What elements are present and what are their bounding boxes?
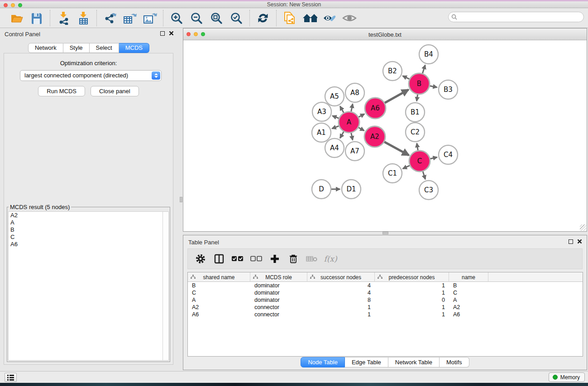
export-image-icon[interactable]: [142, 11, 158, 25]
memory-button[interactable]: Memory: [549, 372, 585, 382]
memory-status-icon: [553, 375, 558, 380]
mcds-tab-content: Optimization criterion: largest connecte…: [4, 53, 173, 365]
open-session-icon[interactable]: [9, 11, 24, 25]
graph-node-C3[interactable]: C3: [419, 181, 438, 200]
split-columns-icon[interactable]: [212, 252, 226, 266]
import-table-icon[interactable]: [76, 11, 91, 25]
graph-node-C[interactable]: C: [409, 151, 430, 172]
mcds-result-item[interactable]: A6: [9, 241, 168, 248]
graph-node-A7[interactable]: A7: [345, 142, 364, 161]
search-icon: [451, 14, 457, 20]
list-scrollbar[interactable]: [163, 212, 168, 360]
graph-node-B3[interactable]: B3: [439, 80, 458, 99]
export-table-icon[interactable]: [122, 11, 138, 25]
mcds-result-item[interactable]: A2: [9, 212, 168, 219]
workspace: Control Panel NetworkStyleSelectMCDS Opt…: [0, 28, 588, 371]
graph-node-C2[interactable]: C2: [406, 123, 425, 142]
table-row[interactable]: Adominator80A: [188, 296, 583, 304]
save-session-icon[interactable]: [29, 11, 44, 25]
graph-node-A5[interactable]: A5: [325, 87, 344, 106]
window-resize-grip[interactable]: [580, 224, 586, 231]
zoom-selected-icon[interactable]: [229, 11, 244, 25]
float-panel-icon[interactable]: [160, 31, 165, 36]
tab-mcds[interactable]: MCDS: [119, 43, 149, 53]
close-panel-icon[interactable]: [169, 31, 174, 36]
control-panel: Control Panel NetworkStyleSelectMCDS Opt…: [0, 28, 177, 371]
table-cell: 8: [307, 296, 375, 304]
tab-node-table[interactable]: Node Table: [301, 357, 345, 367]
graph-node-B2[interactable]: B2: [383, 62, 402, 81]
zoom-fit-icon[interactable]: [209, 11, 224, 25]
network-canvas[interactable]: B4B2BB3A8A5A6A3B1AA1C2A2A4A7C4CC1DD1C3: [183, 40, 587, 231]
run-mcds-button[interactable]: Run MCDS: [38, 86, 85, 96]
tab-select[interactable]: Select: [90, 43, 119, 53]
export-network-icon[interactable]: [102, 11, 118, 25]
graph-node-A2[interactable]: A2: [364, 126, 385, 147]
table-row[interactable]: Bdominator41B: [188, 282, 583, 289]
mcds-result-item[interactable]: B: [9, 226, 168, 234]
graph-node-A3[interactable]: A3: [312, 102, 331, 121]
deselect-all-checkboxes-icon[interactable]: [249, 252, 263, 266]
graph-node-A1[interactable]: A1: [312, 123, 331, 142]
task-history-button[interactable]: [5, 373, 17, 382]
mcds-result-item[interactable]: A: [9, 219, 168, 226]
close-panel-button[interactable]: Close panel: [91, 86, 139, 96]
mcds-result-item[interactable]: C: [9, 234, 168, 241]
svg-text:A6: A6: [371, 104, 380, 112]
graph-node-B1[interactable]: B1: [406, 103, 425, 122]
graph-node-B[interactable]: B: [409, 73, 430, 94]
network-window-title: testGlobe.txt: [183, 31, 587, 38]
table-row[interactable]: A2connector11A2: [188, 304, 583, 311]
graph-node-B4[interactable]: B4: [419, 45, 438, 64]
toolbar-separator: [276, 10, 277, 26]
graph-node-C1[interactable]: C1: [383, 164, 402, 183]
graph-node-C4[interactable]: C4: [439, 145, 458, 164]
tab-style[interactable]: Style: [63, 43, 90, 53]
column-header-name[interactable]: name: [449, 272, 488, 282]
column-header-predecessor-nodes[interactable]: predecessor nodes: [375, 272, 449, 282]
column-header-shared-name[interactable]: shared name: [188, 272, 250, 282]
show-hidden-eye-icon[interactable]: [342, 11, 357, 25]
graph-node-D[interactable]: D: [312, 180, 331, 199]
select-all-checkboxes-icon[interactable]: [230, 252, 245, 266]
graph-node-A[interactable]: A: [339, 112, 359, 133]
mcds-result-list[interactable]: A2ABCA6: [8, 211, 169, 361]
tab-network[interactable]: Network: [28, 43, 63, 53]
home-icon[interactable]: [302, 11, 317, 25]
delete-selected-icon[interactable]: [286, 252, 301, 266]
float-panel-icon[interactable]: [569, 239, 573, 244]
graph-node-A6[interactable]: A6: [365, 98, 386, 119]
close-panel-icon[interactable]: [577, 239, 582, 244]
criterion-dropdown[interactable]: largest connected component (directed): [20, 70, 162, 81]
tab-edge-table[interactable]: Edge Table: [345, 357, 388, 367]
table-cell: 0: [375, 296, 449, 304]
svg-text:A1: A1: [317, 129, 326, 137]
tab-network-table[interactable]: Network Table: [388, 357, 440, 367]
svg-text:C3: C3: [424, 186, 433, 194]
panel-splitter-handle[interactable]: [382, 232, 388, 234]
import-network-icon[interactable]: [56, 11, 71, 25]
zoom-in-icon[interactable]: [169, 11, 184, 25]
edit-visibility-icon[interactable]: [322, 11, 337, 25]
network-window-titlebar[interactable]: testGlobe.txt: [183, 29, 587, 40]
duplicate-network-icon[interactable]: [282, 11, 297, 25]
search-input[interactable]: [448, 12, 584, 22]
svg-text:A: A: [347, 118, 352, 126]
table-row[interactable]: A6connector11A6: [188, 311, 583, 318]
svg-text:A2: A2: [370, 133, 379, 141]
column-header-MCDS-role[interactable]: MCDS role: [250, 272, 307, 282]
svg-text:A3: A3: [317, 108, 326, 116]
search-field: [448, 12, 584, 22]
graph-node-A8[interactable]: A8: [345, 83, 364, 102]
panel-splitter-handle[interactable]: [180, 197, 182, 202]
table-row[interactable]: Cdominator41C: [188, 289, 583, 296]
graph-node-D1[interactable]: D1: [342, 180, 361, 199]
graph-node-A4[interactable]: A4: [325, 138, 344, 157]
add-row-icon[interactable]: [268, 252, 282, 266]
column-header-successor-nodes[interactable]: successor nodes: [307, 272, 375, 282]
control-panel-title: Control Panel: [5, 31, 40, 38]
zoom-out-icon[interactable]: [189, 11, 204, 25]
tab-motifs[interactable]: Motifs: [440, 357, 469, 367]
refresh-layout-icon[interactable]: [255, 11, 271, 25]
settings-gear-icon[interactable]: [193, 252, 208, 266]
